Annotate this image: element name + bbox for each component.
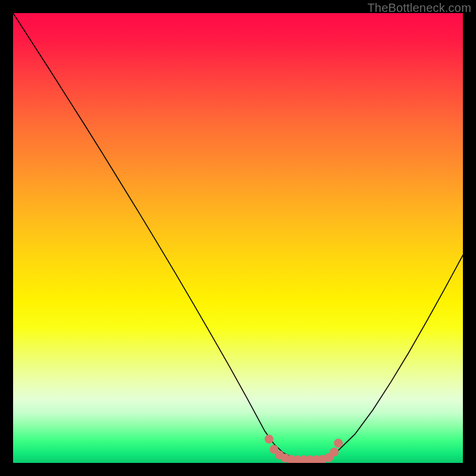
bottleneck-markers-group [265, 434, 343, 463]
bottleneck-marker [265, 434, 274, 443]
chart-svg [13, 13, 463, 463]
bottleneck-curve-path [13, 13, 463, 458]
watermark-text: TheBottleneck.com [367, 1, 471, 15]
bottleneck-marker [334, 439, 343, 447]
chart-frame: TheBottleneck.com [0, 0, 476, 476]
chart-plot-area [13, 13, 463, 463]
bottleneck-marker [330, 447, 339, 456]
